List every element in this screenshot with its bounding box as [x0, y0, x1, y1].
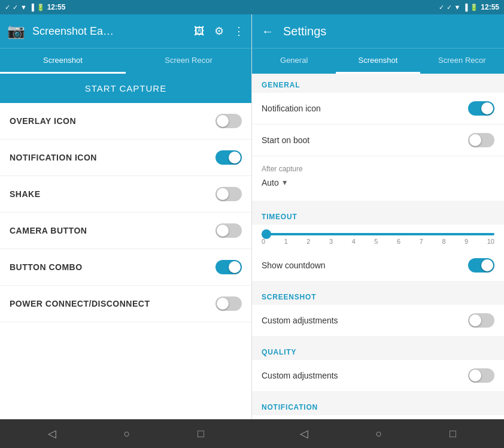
quality-section-header: QUALITY: [252, 341, 504, 360]
timeout-card: 0 1 2 3 4 5 6 7 8 9 10 Show countdown: [252, 225, 504, 281]
power-connect-label: POWER CONNECT/DISCONNECT: [10, 299, 150, 308]
general-card: Notification icon Start on boot After ca…: [252, 93, 504, 201]
timeout-section-header: TIMEOUT: [252, 205, 504, 225]
start-capture-button[interactable]: START CAPTURE: [0, 74, 251, 103]
battery-icon-left: 🔋: [37, 4, 45, 11]
tab-general[interactable]: General: [252, 49, 336, 74]
notification-icon-toggle[interactable]: [215, 150, 242, 165]
signal-icon: ▐: [29, 4, 34, 11]
tab-screenshot-left[interactable]: Screenshot: [0, 49, 126, 74]
settings-header: ← Settings: [252, 14, 504, 48]
settings-content: GENERAL Notification icon Start on boot …: [252, 74, 504, 419]
overlay-icon-label: OVERLAY ICON: [10, 116, 76, 126]
screenshot-card: Custom adjustments: [252, 305, 504, 336]
setting-notification-icon: NOTIFICATION ICON: [0, 140, 251, 176]
battery-icon-right: 🔋: [470, 4, 478, 11]
right-home-btn[interactable]: ○: [371, 423, 387, 445]
settings-title: Settings: [283, 25, 326, 38]
tab-screen-record-right[interactable]: Screen Recor: [420, 49, 504, 74]
status-bar: ✓ ✓ ▼ ▐ 🔋 12:55 ✓ ✓ ▼ ▐ 🔋 12:55: [0, 0, 504, 14]
left-nav: ◁ ○ □: [0, 419, 252, 448]
right-back-btn[interactable]: ◁: [295, 422, 313, 445]
camera-button-label: CAMERA BUTTON: [10, 226, 87, 235]
after-capture-value: Auto: [262, 178, 279, 187]
tab-screenshot-right[interactable]: Screenshot: [336, 49, 420, 74]
setting-overlay-icon: OVERLAY ICON: [0, 103, 251, 140]
dropdown-arrow-icon: ▼: [281, 178, 289, 187]
timeout-slider-container: 0 1 2 3 4 5 6 7 8 9 10: [252, 225, 504, 250]
notification-icon-toggle-right[interactable]: [468, 101, 494, 116]
toast-row: Toast: [252, 415, 504, 419]
check-icon-4: ✓: [447, 4, 452, 11]
setting-power-connect: POWER CONNECT/DISCONNECT: [0, 286, 251, 322]
show-countdown-label: Show countdown: [262, 261, 326, 270]
bottom-nav: ◁ ○ □ ◁ ○ □: [0, 419, 504, 448]
tab-screen-record-left[interactable]: Screen Recor: [126, 49, 251, 74]
more-options-icon[interactable]: ⋮: [233, 25, 244, 38]
settings-gear-icon[interactable]: ⚙: [214, 25, 224, 38]
shake-label: SHAKE: [10, 189, 41, 199]
settings-list: OVERLAY ICON NOTIFICATION ICON SHAKE: [0, 103, 251, 419]
shake-toggle[interactable]: [215, 187, 242, 201]
quality-custom-toggle[interactable]: [468, 368, 494, 383]
app-header: 📷 Screenshot Ea… 🖼 ⚙ ⋮: [0, 14, 251, 48]
screenshot-custom-row: Custom adjustments: [252, 305, 504, 336]
check-icon-1: ✓: [5, 4, 10, 11]
status-time-right: 12:55: [481, 3, 499, 11]
setting-button-combo: BUTTON COMBO: [0, 249, 251, 286]
camera-button-toggle[interactable]: [215, 223, 242, 238]
gallery-icon[interactable]: 🖼: [194, 25, 205, 38]
left-home-btn[interactable]: ○: [119, 423, 135, 445]
status-time-left: 12:55: [47, 3, 66, 11]
left-panel: 📷 Screenshot Ea… 🖼 ⚙ ⋮ Screenshot Screen…: [0, 14, 252, 419]
quality-custom-label: Custom adjustments: [262, 371, 338, 380]
screenshot-custom-label: Custom adjustments: [262, 316, 338, 325]
notification-icon-row: Notification icon: [252, 93, 504, 125]
notification-icon-label: NOTIFICATION ICON: [10, 153, 97, 162]
start-on-boot-label: Start on boot: [262, 135, 309, 145]
power-connect-toggle[interactable]: [215, 296, 242, 311]
button-combo-toggle[interactable]: [215, 260, 242, 274]
show-countdown-row: Show countdown: [252, 250, 504, 281]
signal-icon-right: ▐: [463, 4, 468, 11]
screenshot-section-header: SCREENSHOT: [252, 286, 504, 305]
setting-camera-button: CAMERA BUTTON: [0, 213, 251, 249]
right-tabs: General Screenshot Screen Recor: [252, 48, 504, 74]
check-icon-2: ✓: [13, 4, 18, 11]
general-section-header: GENERAL: [252, 74, 504, 93]
right-panel: ← Settings General Screenshot Screen Rec…: [252, 14, 504, 419]
after-capture-row: After capture Auto ▼: [252, 156, 504, 201]
right-recents-btn[interactable]: □: [445, 423, 461, 445]
notification-card: Toast Vibrate: [252, 415, 504, 419]
left-recents-btn[interactable]: □: [193, 423, 209, 445]
check-icon-3: ✓: [439, 4, 444, 11]
app-title: Screenshot Ea…: [32, 25, 187, 38]
overlay-icon-toggle[interactable]: [215, 114, 242, 128]
after-capture-dropdown[interactable]: Auto ▼: [262, 173, 289, 192]
button-combo-label: BUTTON COMBO: [10, 262, 83, 272]
notification-section-header: NOTIFICATION: [252, 396, 504, 415]
left-tabs: Screenshot Screen Recor: [0, 48, 251, 74]
wifi-icon-right: ▼: [454, 4, 461, 11]
screenshot-custom-toggle[interactable]: [468, 313, 494, 328]
back-arrow-icon[interactable]: ←: [262, 25, 274, 38]
app-camera-icon: 📷: [7, 23, 25, 40]
quality-custom-row: Custom adjustments: [252, 360, 504, 391]
notification-icon-row-label: Notification icon: [262, 104, 321, 113]
start-on-boot-row: Start on boot: [252, 125, 504, 156]
after-capture-label: After capture: [262, 165, 303, 173]
timeout-slider[interactable]: [262, 233, 494, 235]
setting-shake: SHAKE: [0, 176, 251, 213]
start-on-boot-toggle[interactable]: [468, 133, 494, 147]
right-nav: ◁ ○ □: [252, 419, 504, 448]
left-back-btn[interactable]: ◁: [43, 422, 61, 445]
wifi-icon: ▼: [20, 4, 27, 11]
quality-card: Custom adjustments: [252, 360, 504, 391]
show-countdown-toggle[interactable]: [468, 258, 494, 273]
